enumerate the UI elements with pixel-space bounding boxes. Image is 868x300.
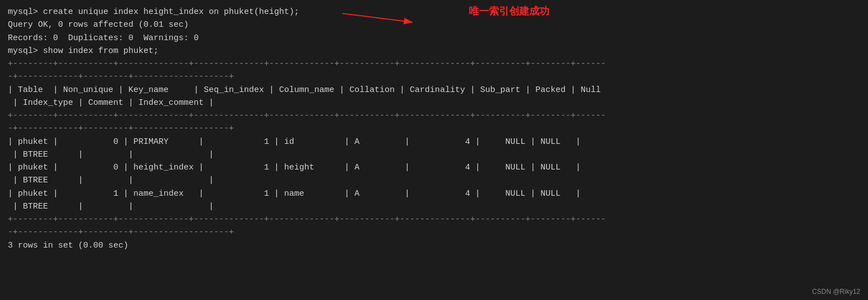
terminal-line-sep1: +--------+-----------+--------------+---… — [8, 57, 860, 70]
terminal-line-row3a: | phuket | 1 | name_index | 1 | name | A… — [8, 187, 860, 200]
terminal-line-sep6: -+------------+---------+---------------… — [8, 226, 860, 239]
terminal-line-sep4: -+------------+---------+---------------… — [8, 122, 860, 135]
terminal-line-row2b: | BTREE | | | — [8, 174, 860, 187]
terminal-line-sep5: +--------+-----------+--------------+---… — [8, 213, 860, 226]
terminal-line-cmd1: mysql> create unique index height_index … — [8, 6, 860, 18]
terminal-line-final: 3 rows in set (0.00 sec) — [8, 239, 860, 252]
terminal: mysql> create unique index height_index … — [0, 0, 868, 300]
terminal-line-sep3: +--------+-----------+--------------+---… — [8, 109, 860, 122]
terminal-line-result1: Query OK, 0 rows affected (0.01 sec) — [8, 18, 860, 31]
terminal-line-row1b: | BTREE | | | — [8, 148, 860, 161]
terminal-line-row1a: | phuket | 0 | PRIMARY | 1 | id | A | 4 … — [8, 136, 860, 148]
terminal-line-result2: Records: 0 Duplicates: 0 Warnings: 0 — [8, 32, 860, 45]
terminal-line-sep2: -+------------+---------+---------------… — [8, 70, 860, 83]
terminal-line-row2a: | phuket | 0 | height_index | 1 | height… — [8, 161, 860, 174]
terminal-line-header2: | Index_type | Comment | Index_comment | — [8, 96, 860, 109]
terminal-line-row3b: | BTREE | | | — [8, 200, 860, 213]
terminal-line-cmd2: mysql> show index from phuket; — [8, 45, 860, 57]
watermark: CSDN @Riky12 — [812, 288, 860, 296]
terminal-line-header1: | Table | Non_unique | Key_name | Seq_in… — [8, 84, 860, 96]
annotation-text: 唯一索引创建成功 — [435, 4, 549, 18]
